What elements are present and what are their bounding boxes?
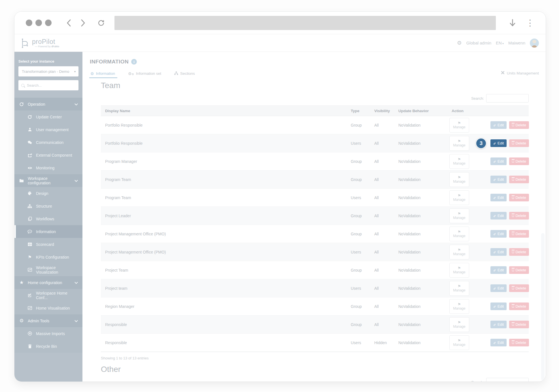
delete-button[interactable]: Delete	[509, 339, 529, 346]
edit-button[interactable]: ✎Edit	[490, 230, 507, 238]
delete-button[interactable]: Delete	[509, 121, 529, 129]
sidebar-group-admin-tools[interactable]: ⚙ Admin Tools	[14, 314, 82, 327]
units-management-button[interactable]: Units Management	[501, 71, 539, 78]
manage-button[interactable]: ⚑Manage	[449, 299, 469, 314]
manage-button[interactable]: ⚑Manage	[449, 245, 469, 259]
flag-icon: ⚑	[27, 255, 32, 259]
tab-information-set[interactable]: ⚙⚙ Information set	[127, 71, 162, 78]
manage-button[interactable]: ⚑Manage	[449, 263, 469, 278]
manage-button[interactable]: ⚑Manage	[449, 227, 469, 241]
delete-button[interactable]: Delete	[509, 248, 529, 256]
delete-button[interactable]: Delete	[509, 194, 529, 201]
edit-button[interactable]: ✎Edit	[490, 121, 507, 129]
manage-label: Manage	[453, 125, 465, 129]
sidebar-group-label: Home configuration	[28, 280, 71, 285]
sidebar-item-recycle-bin[interactable]: Recycle Bin	[14, 340, 82, 353]
team-search-input[interactable]	[486, 94, 529, 103]
edit-button[interactable]: ✎Edit	[490, 157, 507, 165]
refresh-icon[interactable]	[97, 19, 105, 27]
sidebar-item-workspace-visualization[interactable]: Workspace Visualization	[14, 263, 82, 276]
delete-button[interactable]: Delete	[509, 284, 529, 292]
user-name[interactable]: Maiwenn	[508, 41, 525, 45]
pencil-icon: ✎	[493, 142, 496, 145]
cell-visibility: All	[374, 195, 398, 200]
other-search-input[interactable]	[486, 378, 529, 382]
edit-button[interactable]: ✎Edit	[490, 284, 507, 292]
edit-button[interactable]: ✎Edit	[490, 212, 507, 220]
download-icon[interactable]	[509, 19, 516, 27]
share-icon	[27, 153, 32, 157]
manage-button[interactable]: ⚑Manage	[449, 190, 469, 205]
pencil-icon: ✎	[493, 305, 496, 308]
cell-type: Group	[351, 159, 374, 164]
info-icon[interactable]: i	[131, 59, 137, 65]
sidebar-item-massive-imports[interactable]: Massive Imports	[14, 327, 82, 340]
cell-visibility: All	[374, 232, 398, 236]
sidebar-item-update-center[interactable]: Update Center	[14, 110, 82, 123]
delete-button[interactable]: Delete	[509, 176, 529, 183]
other-section-title: Other	[101, 365, 528, 374]
browser-menu-icon[interactable]: ⋮	[526, 19, 534, 27]
edit-button[interactable]: ✎Edit	[490, 321, 507, 328]
sidebar-search-input[interactable]	[27, 83, 69, 88]
manage-button[interactable]: ⚑Manage	[449, 317, 469, 332]
trash-icon	[512, 233, 514, 235]
sidebar-item-monitoring[interactable]: Monitoring	[14, 161, 82, 174]
tab-information[interactable]: ⚙ Information	[90, 71, 116, 78]
language-selector[interactable]: EN▾	[496, 41, 504, 45]
sidebar-item-external-component[interactable]: External Component	[14, 149, 82, 161]
edit-button-highlighted[interactable]: ✎Edit	[490, 139, 507, 147]
forward-icon[interactable]	[79, 19, 87, 27]
sidebar-group-workspace-configuration[interactable]: Workspace configuration	[14, 174, 82, 187]
manage-button[interactable]: ⚑Manage	[449, 335, 469, 350]
delete-button[interactable]: Delete	[509, 321, 529, 328]
sidebar-item-scorecard[interactable]: Scorecard	[14, 238, 82, 251]
edit-button[interactable]: ✎Edit	[490, 176, 507, 183]
tab-sections[interactable]: Sections	[174, 71, 195, 78]
sidebar-item-workspace-home-conf[interactable]: Workspace Home Conf...	[14, 289, 82, 302]
sidebar-item-information[interactable]: Information	[14, 225, 82, 238]
window-control-dot[interactable]	[26, 20, 32, 26]
url-bar[interactable]	[114, 16, 496, 30]
delete-button[interactable]: Delete	[509, 157, 529, 165]
manage-button[interactable]: ⚑Manage	[449, 208, 469, 223]
cell-display-name: Project Team	[101, 268, 351, 272]
sidebar-group-operation[interactable]: Operation	[14, 98, 82, 110]
global-admin-link[interactable]: Global admin	[466, 41, 491, 45]
instance-select[interactable]: Transformation plan - Demo ▾	[18, 66, 78, 76]
delete-button[interactable]: Delete	[509, 212, 529, 220]
avatar[interactable]	[530, 39, 539, 48]
window-control-dot[interactable]	[35, 20, 42, 26]
table-row: Project Management Office (PMO) Users Al…	[101, 243, 529, 261]
sidebar-item-home-visualisation[interactable]: Home Visualisation	[14, 302, 82, 314]
sidebar-item-structure[interactable]: Structure	[14, 200, 82, 212]
manage-button[interactable]: ⚑Manage	[449, 118, 469, 133]
manage-button[interactable]: ⚑Manage	[449, 154, 469, 169]
edit-button[interactable]: ✎Edit	[490, 266, 507, 274]
delete-button[interactable]: Delete	[509, 230, 529, 238]
manage-button[interactable]: ⚑Manage	[449, 136, 469, 151]
scrollbar[interactable]	[541, 233, 545, 380]
delete-button[interactable]: Delete	[509, 266, 529, 274]
edit-button[interactable]: ✎Edit	[490, 302, 507, 310]
edit-button[interactable]: ✎Edit	[490, 248, 507, 256]
sidebar-item-workflows[interactable]: Workflows	[14, 212, 82, 225]
trash-icon	[27, 344, 32, 348]
delete-button[interactable]: Delete	[509, 139, 529, 147]
sidebar-item-design[interactable]: Design	[14, 187, 82, 200]
cell-visibility: All	[374, 268, 398, 272]
sidebar-item-communication[interactable]: Communication	[14, 136, 82, 149]
table-row: Program Team Group All NoValidation ⚑Man…	[101, 171, 529, 189]
manage-button[interactable]: ⚑Manage	[449, 172, 469, 187]
cell-type: Users	[351, 286, 374, 291]
back-icon[interactable]	[65, 19, 73, 27]
window-control-dot[interactable]	[45, 20, 52, 26]
edit-button[interactable]: ✎Edit	[490, 194, 507, 201]
delete-button[interactable]: Delete	[509, 302, 529, 310]
table-row: Project Management Office (PMO) Group Al…	[101, 225, 529, 243]
edit-button[interactable]: ✎Edit	[490, 339, 507, 346]
sidebar-group-home-configuration[interactable]: ★ Home configuration	[14, 276, 82, 289]
manage-button[interactable]: ⚑Manage	[449, 281, 469, 296]
sidebar-item-user-management[interactable]: User management	[14, 123, 82, 136]
sidebar-item-kpis-configuration[interactable]: ⚑ KPIs Configuration	[14, 251, 82, 263]
